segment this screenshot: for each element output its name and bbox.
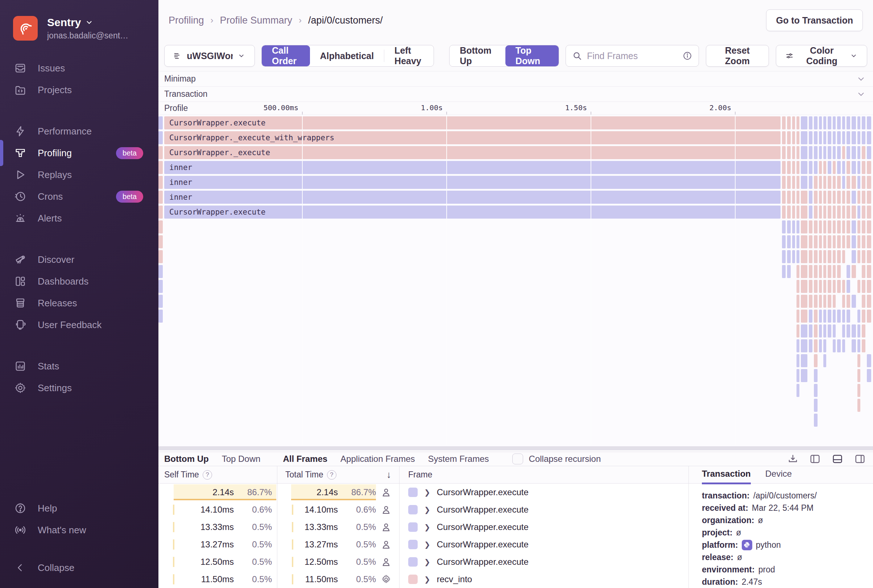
- help-circle-icon[interactable]: ?: [327, 470, 336, 480]
- flame-frame-small[interactable]: [801, 220, 807, 234]
- collapse-recursion-checkbox[interactable]: Collapse recursion: [512, 453, 601, 464]
- flame-frame-small[interactable]: [792, 250, 795, 263]
- flame-frame-small[interactable]: [867, 295, 871, 308]
- flame-frame-small[interactable]: [787, 146, 791, 159]
- flame-frame-small[interactable]: [867, 280, 871, 293]
- flame-frame-small[interactable]: [846, 116, 850, 129]
- download-icon[interactable]: [788, 453, 798, 464]
- sort-option-call-order[interactable]: Call Order: [262, 45, 310, 66]
- flame-frame-small[interactable]: [824, 146, 826, 159]
- color-coding-dropdown[interactable]: Color Coding: [776, 45, 867, 67]
- flame-frame-small[interactable]: [862, 280, 866, 293]
- flame-frame-small[interactable]: [852, 295, 856, 308]
- sidebar-item-projects[interactable]: Projects: [0, 79, 158, 101]
- flame-frame-small[interactable]: [842, 190, 845, 204]
- total-time-cell[interactable]: 13.27ms 0.5%: [278, 536, 399, 553]
- flame-frame-small[interactable]: [833, 220, 836, 234]
- flame-frame-small[interactable]: [824, 116, 826, 129]
- flame-frame-small[interactable]: [828, 280, 831, 293]
- flame-frame-small[interactable]: [842, 250, 845, 263]
- flame-frame-small[interactable]: [787, 220, 791, 234]
- flame-frame-small[interactable]: [782, 220, 786, 234]
- flame-frame-small[interactable]: [814, 339, 818, 352]
- flame-frame-small[interactable]: [862, 310, 866, 322]
- details-tab-device[interactable]: Device: [765, 465, 792, 484]
- flame-frame-small[interactable]: [809, 280, 813, 293]
- flame-frame-small[interactable]: [796, 310, 800, 322]
- flame-frame-small[interactable]: [833, 176, 836, 189]
- breadcrumb-profile-summary[interactable]: Profile Summary: [220, 15, 292, 26]
- flame-frame-small[interactable]: [857, 176, 860, 189]
- flame-frame-small[interactable]: [837, 220, 841, 234]
- flame-frame-small[interactable]: [809, 339, 813, 352]
- self-time-cell[interactable]: 13.33ms 0.5%: [158, 518, 277, 536]
- expand-chevron-icon[interactable]: ❯: [424, 540, 430, 549]
- flame-frame-small[interactable]: [819, 324, 822, 338]
- flame-frame-small[interactable]: [846, 176, 850, 189]
- flame-frame-small[interactable]: [814, 280, 818, 293]
- flame-frame-small[interactable]: [814, 310, 818, 322]
- flame-frame-small[interactable]: [814, 354, 818, 367]
- total-time-cell[interactable]: 2.14s 86.7%: [278, 484, 399, 501]
- flame-frame-small[interactable]: [796, 250, 800, 263]
- flame-frame-small[interactable]: [846, 265, 850, 278]
- flame-frame-small[interactable]: [833, 235, 836, 248]
- flame-frame-small[interactable]: [814, 131, 818, 144]
- total-time-cell[interactable]: 13.33ms 0.5%: [278, 518, 399, 536]
- flame-frame-small[interactable]: [782, 190, 786, 204]
- flame-frame-small[interactable]: [824, 250, 826, 263]
- flame-frame-small[interactable]: [824, 206, 826, 219]
- flame-frame-small[interactable]: [857, 384, 860, 397]
- flame-frame-small[interactable]: [809, 146, 813, 159]
- chevron-down-icon[interactable]: [856, 74, 866, 84]
- flame-frame-small[interactable]: [809, 161, 813, 174]
- flame-frame-edge[interactable]: [158, 190, 163, 204]
- flame-frame-small[interactable]: [809, 265, 813, 278]
- flame-frame-edge[interactable]: [158, 250, 163, 263]
- flame-frame-small[interactable]: [846, 206, 850, 219]
- flame-frame-small[interactable]: [833, 161, 836, 174]
- sidebar-item-settings[interactable]: Settings: [0, 377, 158, 399]
- checkbox-icon[interactable]: [512, 453, 523, 464]
- flame-frame-small[interactable]: [828, 190, 831, 204]
- flame-frame-small[interactable]: [846, 280, 850, 293]
- flame-frame-small[interactable]: [867, 131, 871, 144]
- breadcrumb-profiling[interactable]: Profiling: [169, 15, 204, 26]
- flame-frame-small[interactable]: [852, 324, 856, 338]
- flame-frame-small[interactable]: [796, 339, 800, 352]
- flame-frame-inner[interactable]: inner: [164, 161, 780, 174]
- flame-frame-small[interactable]: [824, 176, 826, 189]
- flame-frame-inner[interactable]: inner: [164, 176, 780, 189]
- flame-frame-small[interactable]: [846, 324, 850, 338]
- sidebar-item-what-s-new[interactable]: What's new: [0, 519, 158, 541]
- flame-frame-small[interactable]: [857, 339, 860, 352]
- flame-frame-small[interactable]: [796, 176, 800, 189]
- flame-frame-small[interactable]: [814, 190, 818, 204]
- sidebar-item-performance[interactable]: Performance: [0, 120, 158, 142]
- go-to-transaction-button[interactable]: Go to Transaction: [766, 9, 863, 31]
- flame-frame-small[interactable]: [819, 116, 822, 129]
- flame-frame-small[interactable]: [852, 190, 856, 204]
- flame-frame-small[interactable]: [857, 369, 860, 382]
- flame-frame-small[interactable]: [809, 116, 813, 129]
- details-tab-transaction[interactable]: Transaction: [702, 465, 751, 484]
- flame-frame-small[interactable]: [867, 176, 871, 189]
- flame-frame-small[interactable]: [819, 235, 822, 248]
- flame-frame-small[interactable]: [867, 310, 871, 322]
- flame-frame-small[interactable]: [796, 116, 800, 129]
- flame-frame-small[interactable]: [842, 280, 845, 293]
- flame-frame-small[interactable]: [857, 116, 860, 129]
- flame-frame-small[interactable]: [857, 250, 860, 263]
- flame-frame-small[interactable]: [809, 250, 813, 263]
- flame-frame-cursorwrapper-execute[interactable]: CursorWrapper.execute: [164, 116, 780, 129]
- flame-frame-small[interactable]: [828, 265, 831, 278]
- flame-frame-small[interactable]: [801, 190, 807, 204]
- flame-frame-small[interactable]: [796, 146, 800, 159]
- sort-descending-icon[interactable]: ↓: [387, 469, 399, 480]
- flame-frame-small[interactable]: [862, 176, 866, 189]
- flame-frame-small[interactable]: [857, 161, 860, 174]
- flame-frame-small[interactable]: [782, 161, 786, 174]
- flame-frame-small[interactable]: [819, 265, 822, 278]
- flame-frame-small[interactable]: [867, 161, 871, 174]
- flame-frame-small[interactable]: [787, 161, 791, 174]
